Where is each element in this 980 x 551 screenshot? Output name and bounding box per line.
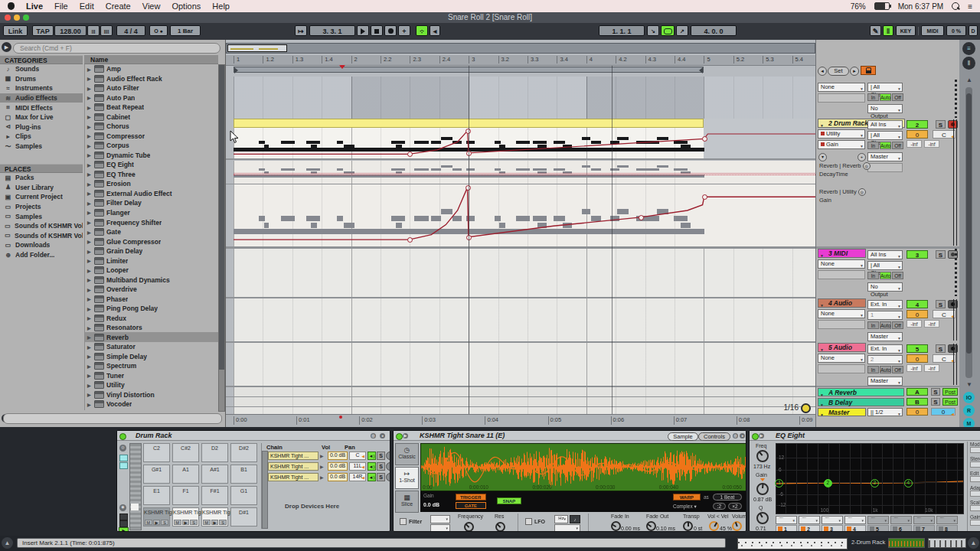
follow-button[interactable]: ↦ [295,25,307,36]
device-item[interactable]: ▶ Glue Compressor [85,236,219,246]
master-name-bar[interactable]: Master [818,408,866,416]
eq-band-filter-dd[interactable] [890,516,912,524]
disclosure-triangle-icon[interactable]: ▶ [87,76,92,81]
chainlist-toggle-icon[interactable] [119,455,128,461]
eq-band-active-square[interactable] [870,527,874,531]
trigger-button[interactable]: TRIGGER [456,494,486,500]
menu-create[interactable]: Create [106,2,131,11]
scroll-down-icon[interactable]: ▼ [966,381,972,388]
t5-pan[interactable]: C [933,354,956,363]
eq-band-cell[interactable]: 2 [799,516,820,532]
disclosure-triangle-icon[interactable]: ▶ [87,364,92,369]
chain-pan[interactable]: C [349,452,366,460]
t4-solo-button[interactable]: S [936,300,946,308]
clip-overview-thumbnail[interactable] [737,538,848,549]
chain-solo-button[interactable]: S [377,462,385,471]
disclosure-triangle-icon[interactable]: ▶ [87,277,92,282]
drum-rack-title-bar[interactable]: Drum Rack ◎ ● [117,431,390,441]
eq-side-item[interactable]: Adapt [970,485,980,500]
device-item[interactable]: ▶ Frequency Shifter [85,217,219,227]
return-a-name-bar[interactable]: A Reverb [818,388,904,396]
browser-horizontal-scrollbar[interactable] [3,413,222,424]
device-item[interactable]: ▶ Phaser [85,294,219,304]
close-window-button[interactable] [5,15,11,21]
overview-zoom-box[interactable] [227,44,287,52]
pad-solo-button[interactable]: S [219,520,227,525]
decaytime-envelope-line[interactable] [234,174,815,175]
volume-knob[interactable] [732,521,742,531]
eq-band-active-square[interactable] [847,527,851,531]
disclosure-triangle-icon[interactable]: ▶ [87,373,92,378]
eq-title-bar[interactable]: ▶ EQ Eight [750,431,980,441]
device-item[interactable]: ▶ Amp [85,64,219,74]
eq-gain-knob[interactable] [756,483,769,495]
device-item[interactable]: ▶ Utility [85,380,219,390]
t2-volume[interactable]: 0 [906,130,928,139]
mode-classic-button[interactable]: ◷Classic [395,443,419,465]
pad-solo-button[interactable]: S [161,520,168,525]
device-item[interactable]: ▶ Overdrive [85,285,219,295]
pad-preview-icon[interactable]: ▶ [153,520,161,525]
chain-activator-icon[interactable]: ◄) [368,452,376,460]
t3-name-bar[interactable]: 3 MIDI [818,249,866,258]
eq-band-cell[interactable]: 7 [913,516,935,532]
autoselect-icon[interactable]: ▶ [119,527,129,532]
chain-name[interactable]: KSHMR Tight ... [268,473,318,481]
device-thumbnail-eq[interactable] [928,538,966,548]
disclosure-triangle-icon[interactable]: ▶ [87,287,92,292]
hide-info-view-icon[interactable]: ▲ [2,537,13,549]
device-on-icon[interactable] [396,433,403,440]
master-pan[interactable]: 0 [931,408,956,416]
hotswap-icon[interactable]: ◎ [371,433,376,439]
t5-output-chooser[interactable]: Master [867,377,903,386]
lock-envelopes-button[interactable] [861,66,876,75]
chain-pan[interactable]: 11L [349,462,366,471]
disclosure-triangle-icon[interactable]: ▶ [87,181,92,187]
device-item[interactable]: ▶ Saturator [85,342,219,352]
lane1-device-label[interactable]: Reverb | Reverb ◎ [819,162,871,170]
transp-knob[interactable] [683,521,693,531]
place-item[interactable]: ▭ Sounds of KSHMR Vol 1 [0,221,83,231]
t2-pan[interactable]: C [933,130,956,139]
simpler-title-bar[interactable]: ▶ KSHMR Tight Snare 11 (E) Sample Contro… [394,431,746,441]
disclosure-triangle-icon[interactable]: ▶ [87,230,92,235]
device-item[interactable]: ▶ Spectrum [85,361,219,371]
master-lane[interactable] [234,407,815,414]
apple-menu-icon[interactable] [8,2,15,10]
device-on-icon[interactable] [119,433,126,440]
t4-volume[interactable]: 0 [906,310,928,318]
t3-device-chooser[interactable]: None [818,259,865,269]
loop-length-display[interactable]: 4. 0. 0 [691,25,737,36]
return-b-activator[interactable]: B [906,398,928,406]
fold-icon[interactable]: ● [380,433,385,439]
arrangement-overview[interactable] [226,43,815,54]
lfo-rate-dd[interactable] [554,524,580,532]
t4-pan[interactable]: C [933,310,956,318]
lfo-hz-button[interactable]: Hz [554,515,568,523]
device-item[interactable]: ▶ Chorus [85,122,219,132]
disclosure-triangle-icon[interactable]: ▶ [87,191,92,196]
returns-section-toggle[interactable]: R [963,405,975,416]
eq-band-filter-dd[interactable] [913,516,935,524]
returns-toggle-icon[interactable] [119,520,128,527]
place-item[interactable]: ▭ Downloads [0,240,83,250]
device-thumbnail-waveform[interactable] [888,538,925,548]
device-item[interactable]: ▶ EQ Three [85,170,219,180]
t4-output-chooser[interactable]: Master [867,332,903,341]
eq-side-item[interactable]: Edit [970,471,980,485]
drum-pad[interactable]: KSHMR Tight M ▶ S [172,507,199,527]
loop-switch[interactable] [661,25,675,36]
chain-volume[interactable]: 0.0 dB [328,473,348,481]
t5-solo-button[interactable]: S [936,344,946,353]
chain-activator-icon[interactable]: ◄) [368,462,376,471]
arrangement-scroll-toggle-icon[interactable]: ≡ [962,42,975,55]
eq-band-cell[interactable]: 6 [890,516,912,532]
disclosure-triangle-icon[interactable]: ▶ [87,392,92,397]
place-item[interactable]: ⊕ Add Folder... [0,250,83,260]
lane1-param-label[interactable]: DecayTime [819,171,848,178]
t5-monitor[interactable]: InAutoOff [867,366,903,373]
drum-pad[interactable]: B1 M ▶ S [230,465,257,484]
session-overdub-button[interactable]: ⁘ [416,25,428,36]
t2-add-lane-button[interactable]: + [858,153,866,161]
device-item[interactable]: ▶ Flanger [85,208,219,218]
